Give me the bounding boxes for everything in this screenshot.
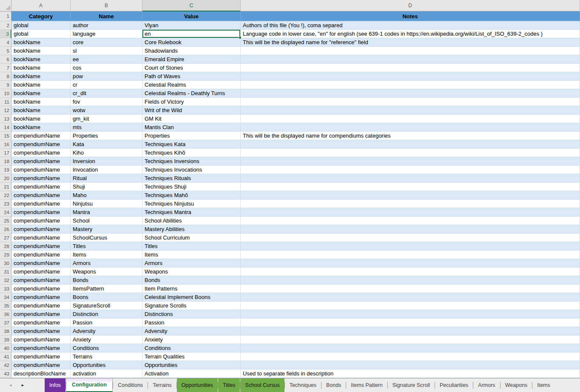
cell-category[interactable]: compendiumName (11, 234, 71, 242)
cell-category[interactable]: bookName (11, 55, 71, 64)
cell-notes[interactable] (241, 302, 580, 310)
cell-value[interactable]: Court of Stones (142, 64, 241, 72)
cell-category[interactable]: compendiumName (11, 353, 71, 361)
cell-name[interactable]: pow (71, 72, 142, 81)
row-header-3[interactable]: 3 (0, 30, 11, 38)
cell-name[interactable]: Passion (71, 319, 142, 327)
cell-category[interactable]: compendiumName (11, 174, 71, 183)
cell-value[interactable]: Mastery Abilities (142, 225, 241, 234)
row-header-38[interactable]: 38 (0, 327, 11, 336)
row-header-22[interactable]: 22 (0, 191, 11, 200)
cell-value[interactable]: Titles (142, 242, 241, 251)
cell-value[interactable]: Path of Waves (142, 72, 241, 81)
row-header-4[interactable]: 4 (0, 38, 11, 47)
cell-category[interactable]: compendiumName (11, 242, 71, 251)
cell-name[interactable]: cr (71, 81, 142, 89)
row-header-26[interactable]: 26 (0, 225, 11, 234)
cell-category[interactable]: bookName (11, 123, 71, 132)
cell-name[interactable]: Items (71, 251, 142, 259)
cell-value[interactable]: Signature Scrolls (142, 302, 241, 310)
cell-name[interactable]: gm_kit (71, 115, 142, 123)
cell-value[interactable]: Techniques Invocations (142, 166, 241, 174)
cell-notes[interactable] (241, 157, 580, 166)
cell-name[interactable]: Mastery (71, 225, 142, 234)
select-all-corner[interactable] (0, 0, 11, 11)
row-header-5[interactable]: 5 (0, 47, 11, 55)
row-header-18[interactable]: 18 (0, 157, 11, 166)
cell-category[interactable]: bookName (11, 81, 71, 89)
cell-name[interactable]: Maho (71, 191, 142, 200)
cell-notes[interactable] (241, 353, 580, 361)
row-header-43[interactable]: 43 (0, 369, 11, 378)
cell-category[interactable]: compendiumName (11, 217, 71, 225)
row-header-31[interactable]: 31 (0, 268, 11, 276)
sheet-tab-school-cursus[interactable]: School Cursus (240, 378, 284, 392)
cell-notes[interactable] (241, 268, 580, 276)
cell-category[interactable]: bookName (11, 72, 71, 81)
cell-notes[interactable]: Used to separate fields in description (241, 369, 580, 378)
cell-notes[interactable] (241, 191, 580, 200)
cell-notes[interactable] (241, 64, 580, 72)
cell-value[interactable]: Items (142, 251, 241, 259)
cell-notes[interactable]: This will be the displayed name for "ref… (241, 38, 580, 47)
tab-scroll-right-icon[interactable]: ► (21, 384, 25, 387)
cell-value[interactable]: Weapons (142, 268, 241, 276)
row-header-39[interactable]: 39 (0, 336, 11, 344)
cell-value[interactable]: Value (142, 11, 241, 21)
tab-scroll-left-icon[interactable]: ◄ (9, 384, 12, 387)
cell-value[interactable]: School Abilities (142, 217, 241, 225)
sheet-tab-peculiarities[interactable]: Peculiarities (435, 378, 473, 392)
cell-notes[interactable] (241, 140, 580, 149)
row-header-14[interactable]: 14 (0, 123, 11, 132)
row-header-29[interactable]: 29 (0, 251, 11, 259)
cell-notes[interactable]: This will be the displayed name for comp… (241, 132, 580, 140)
cell-notes[interactable] (241, 336, 580, 344)
cell-notes[interactable] (241, 183, 580, 191)
row-header-27[interactable]: 27 (0, 234, 11, 242)
cell-notes[interactable] (241, 208, 580, 217)
cell-value[interactable]: GM Kit (142, 115, 241, 123)
cell-category[interactable]: bookName (11, 38, 71, 47)
cell-value[interactable]: Celestial Realms (142, 81, 241, 89)
row-header-8[interactable]: 8 (0, 72, 11, 81)
cell-notes[interactable] (241, 276, 580, 285)
cell-notes[interactable]: Language code in lower case, "en" for en… (241, 30, 580, 38)
cell-notes[interactable] (241, 310, 580, 319)
cell-notes[interactable] (241, 98, 580, 106)
cell-value[interactable]: Techniques Kihõ (142, 149, 241, 157)
cell-value[interactable]: Vlyan (142, 21, 241, 30)
cell-name[interactable]: Weapons (71, 268, 142, 276)
cell-value[interactable]: Techniques Shuji (142, 183, 241, 191)
cell-name[interactable]: cos (71, 64, 142, 72)
cell-name[interactable]: mts (71, 123, 142, 132)
cell-name[interactable]: Name (71, 11, 142, 21)
cell-notes[interactable] (241, 115, 580, 123)
cell-value[interactable]: Fields of Victory (142, 98, 241, 106)
row-header-11[interactable]: 11 (0, 98, 11, 106)
cell-value[interactable]: Bonds (142, 276, 241, 285)
row-header-40[interactable]: 40 (0, 344, 11, 353)
row-header-35[interactable]: 35 (0, 302, 11, 310)
row-header-36[interactable]: 36 (0, 310, 11, 319)
cell-name[interactable]: sl (71, 47, 142, 55)
row-header-34[interactable]: 34 (0, 293, 11, 302)
cell-value[interactable]: Emerald Empire (142, 55, 241, 64)
cell-notes[interactable]: Notes (241, 11, 580, 21)
row-header-41[interactable]: 41 (0, 353, 11, 361)
cell-value[interactable]: Techniques Kata (142, 140, 241, 149)
cell-category[interactable]: Category (11, 11, 71, 21)
cell-value[interactable]: Techniques Mahõ (142, 191, 241, 200)
cell-value[interactable]: Activation (142, 369, 241, 378)
row-header-13[interactable]: 13 (0, 115, 11, 123)
cell-category[interactable]: compendiumName (11, 166, 71, 174)
cell-name[interactable]: fov (71, 98, 142, 106)
cell-category[interactable]: bookName (11, 115, 71, 123)
cell-value[interactable]: Passion (142, 319, 241, 327)
sheet-tab-techniques[interactable]: Techniques (285, 378, 321, 392)
cell-value[interactable]: Properties (142, 132, 241, 140)
cell-name[interactable]: Anxiety (71, 336, 142, 344)
cell-value[interactable]: Techniques Mantra (142, 208, 241, 217)
cell-name[interactable]: core (71, 38, 142, 47)
row-header-42[interactable]: 42 (0, 361, 11, 369)
cell-notes[interactable] (241, 55, 580, 64)
